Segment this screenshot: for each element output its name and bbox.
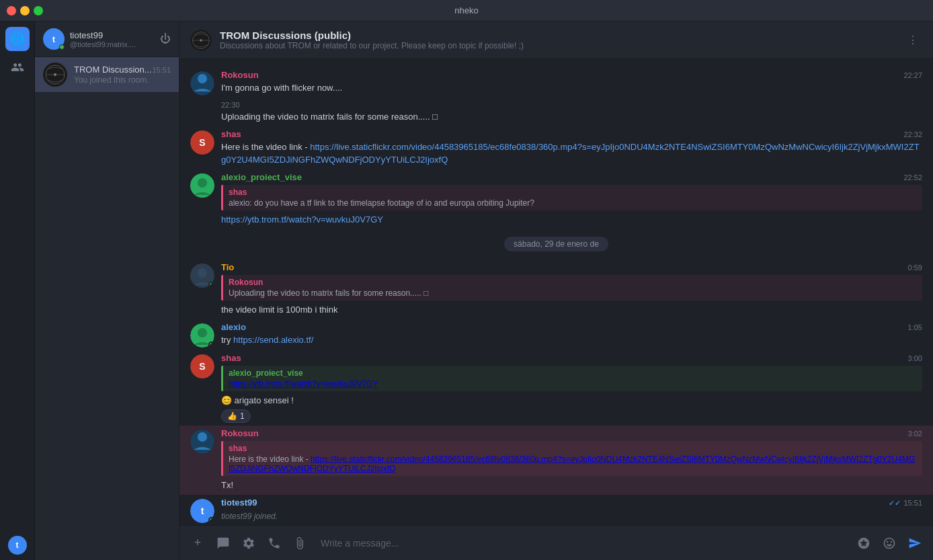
ytb-link[interactable]: https://ytb.trom.tf/watch?v=wuvkuJ0V7GY bbox=[221, 214, 383, 225]
message-content: shas 3:00 alexio_proiect_vise https://yt… bbox=[221, 353, 922, 424]
emoji-icon[interactable] bbox=[879, 533, 899, 553]
sidebar-user-header: t tiotest99 @tiotest99:matrix.... ⏻ bbox=[35, 22, 179, 57]
username: tiotest99 bbox=[70, 30, 155, 40]
quote-block: shas alexio: do you have a tf link to th… bbox=[221, 185, 922, 210]
chat-icon[interactable] bbox=[213, 533, 233, 553]
reaction-count: 1 bbox=[240, 411, 245, 421]
quote-sender: shas bbox=[229, 188, 917, 197]
message-text: Tx! bbox=[221, 479, 922, 492]
quote-text: Here is the video link - https://live.st… bbox=[229, 454, 917, 473]
user-avatar-icon[interactable]: t bbox=[8, 536, 27, 555]
system-message: tiotest99 joined. bbox=[221, 509, 922, 524]
table-row: Tio 0:59 Rokosun Uploading the video to … bbox=[179, 259, 933, 319]
quote-block: shas Here is the video link - https://li… bbox=[221, 441, 922, 476]
maximize-button[interactable] bbox=[34, 6, 43, 15]
message-input[interactable] bbox=[315, 538, 848, 549]
message-text: https://ytb.trom.tf/watch?v=wuvkuJ0V7GY bbox=[221, 213, 922, 227]
quote-link[interactable]: https://ytb.trom.tf/watch?v=wuvkuJ0V7GY bbox=[229, 379, 378, 389]
settings-icon[interactable] bbox=[239, 533, 259, 553]
table-row: Rokosun 3:02 shas Here is the video link… bbox=[179, 426, 933, 495]
message-time: ✓✓15:51 bbox=[889, 499, 922, 508]
svg-point-9 bbox=[198, 74, 207, 83]
sender-name: Rokosun bbox=[221, 428, 259, 438]
room-header-desc: Discussions about TROM or related to our… bbox=[220, 41, 895, 50]
table-row: t tiotest99 ✓✓15:51 tiotest99 joined. bbox=[179, 495, 933, 526]
globe-icon[interactable]: 🌐 bbox=[5, 27, 30, 51]
room-avatar bbox=[43, 63, 67, 87]
table-row: alexio 1:05 try https://send.alexio.tf/ bbox=[179, 319, 933, 350]
message-header: Tio 0:59 bbox=[221, 262, 922, 272]
send-link[interactable]: https://send.alexio.tf/ bbox=[233, 335, 313, 345]
online-dot bbox=[208, 282, 214, 288]
quote-text: alexio: do you have a tf link to the tim… bbox=[229, 198, 917, 208]
more-options-button[interactable]: ⋮ bbox=[903, 31, 922, 50]
main-layout: 🌐 t t tiotest99 @tiotest99:matrix.... ⏻ bbox=[0, 22, 933, 560]
table-row: S shas 3:00 alexio_proiect_vise https://… bbox=[179, 350, 933, 426]
chat-room-icon bbox=[190, 30, 212, 51]
quote-sender: shas bbox=[229, 444, 917, 453]
message-content: Rokosun 22:27 I'm gonna go with flicker … bbox=[221, 70, 922, 95]
sender-name: shas bbox=[221, 353, 241, 363]
shas-avatar: S bbox=[190, 130, 214, 155]
sidebar: t tiotest99 @tiotest99:matrix.... ⏻ bbox=[35, 22, 179, 560]
avatar bbox=[190, 71, 214, 95]
sender-name: alexio_proiect_vise bbox=[221, 172, 302, 182]
avatar bbox=[190, 264, 214, 288]
user-avatar: t bbox=[43, 28, 65, 50]
attach-icon[interactable] bbox=[290, 533, 310, 553]
sender-name: tiotest99 bbox=[221, 497, 257, 508]
phone-icon[interactable] bbox=[264, 533, 284, 553]
people-icon[interactable] bbox=[5, 55, 30, 79]
quote-sender: Rokosun bbox=[229, 278, 917, 287]
online-dot bbox=[208, 517, 214, 523]
message-header: alexio 1:05 bbox=[221, 322, 922, 332]
message-header: Rokosun 22:27 bbox=[221, 70, 922, 80]
power-button[interactable]: ⏻ bbox=[160, 33, 171, 45]
message-content: 22:30 Uploading the video to matrix fail… bbox=[221, 101, 922, 124]
message-header: Rokosun 3:02 bbox=[221, 428, 922, 438]
avatar: S bbox=[190, 130, 214, 155]
checkmark-icon: ✓✓ bbox=[889, 499, 901, 507]
avatar: t bbox=[190, 499, 214, 523]
chat-area: TROM Discussions (public) Discussions ab… bbox=[179, 22, 933, 560]
video-link[interactable]: https://live.staticflickr.com/video/4458… bbox=[221, 142, 920, 165]
header-actions: ⋮ bbox=[903, 31, 922, 50]
message-header: shas 3:00 bbox=[221, 353, 922, 363]
message-time: 22:27 bbox=[903, 71, 922, 79]
chat-header: TROM Discussions (public) Discussions ab… bbox=[179, 22, 933, 59]
reaction-emoji: 👍 bbox=[227, 411, 237, 421]
close-button[interactable] bbox=[7, 6, 16, 15]
sticker-icon[interactable] bbox=[854, 533, 874, 553]
room-preview: You joined this room. bbox=[74, 75, 171, 85]
room-header-name: TROM Discussions (public) bbox=[220, 30, 895, 41]
window-controls[interactable] bbox=[7, 6, 43, 15]
titlebar: nheko bbox=[0, 0, 933, 22]
user-id: @tiotest99:matrix.... bbox=[70, 40, 155, 48]
message-header: 22:30 bbox=[221, 101, 922, 109]
room-item-info: TROM Discussion... 15:51 You joined this… bbox=[74, 65, 171, 85]
user-info: tiotest99 @tiotest99:matrix.... bbox=[70, 30, 155, 48]
quote-flickr-link[interactable]: https://live.staticflickr.com/video/4458… bbox=[229, 454, 915, 473]
svg-point-15 bbox=[198, 328, 207, 337]
shas-avatar-sm: S bbox=[190, 354, 214, 378]
quote-text: https://ytb.trom.tf/watch?v=wuvkuJ0V7GY bbox=[229, 379, 917, 389]
add-button[interactable]: + bbox=[188, 533, 208, 553]
svg-point-13 bbox=[198, 268, 207, 278]
room-time: 15:51 bbox=[152, 66, 171, 74]
room-name: TROM Discussion... bbox=[74, 65, 152, 75]
message-content: shas 22:32 Here is the video link - http… bbox=[221, 129, 922, 167]
svg-point-11 bbox=[198, 178, 207, 188]
room-list: TROM Discussion... 15:51 You joined this… bbox=[35, 57, 179, 560]
message-header: tiotest99 ✓✓15:51 bbox=[221, 497, 922, 508]
room-item[interactable]: TROM Discussion... 15:51 You joined this… bbox=[35, 57, 179, 92]
reaction-button[interactable]: 👍 1 bbox=[221, 409, 251, 423]
avatar bbox=[190, 323, 214, 348]
messages-container[interactable]: Rokosun 22:27 I'm gonna go with flicker … bbox=[179, 59, 933, 525]
minimize-button[interactable] bbox=[20, 6, 30, 15]
rokosun-avatar bbox=[190, 71, 214, 95]
sender-name: shas bbox=[221, 129, 241, 139]
send-button[interactable] bbox=[905, 533, 925, 553]
avatar bbox=[190, 173, 214, 198]
message-text: try https://send.alexio.tf/ bbox=[221, 333, 922, 347]
icon-bar: 🌐 t bbox=[0, 22, 35, 560]
